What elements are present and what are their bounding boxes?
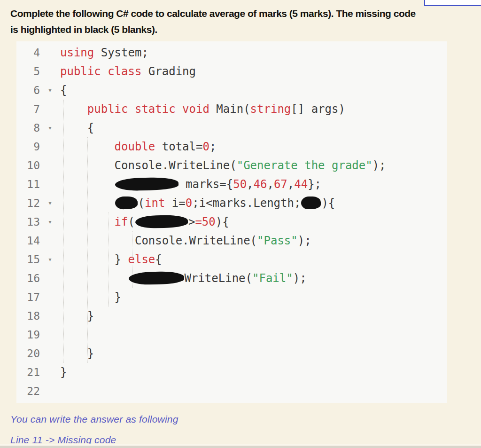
code-token: 46 [254, 178, 267, 191]
code-line: 21} [16, 363, 447, 382]
line-number: 21 [16, 363, 40, 382]
question-title: Complete the following C# code to calcul… [10, 6, 475, 38]
code-token: "Generate the grade" [237, 159, 372, 172]
code-token: , [247, 178, 253, 191]
code-line: 4using System; [16, 43, 447, 62]
code-line: 6▾{ [16, 81, 447, 100]
fold-arrow-icon[interactable]: ▾ [40, 219, 60, 225]
code-token: }; [308, 178, 321, 191]
code-token: ;i<marks.Length; [192, 196, 301, 210]
line-number: 6 [16, 81, 40, 100]
code-text: { [60, 81, 67, 100]
code-text: public class Grading [60, 62, 196, 81]
code-line: 15▾ } else{ [16, 250, 447, 269]
code-line: 18 } [16, 307, 447, 325]
line-number: 4 [16, 43, 40, 62]
code-token: WriteLine( [185, 272, 253, 285]
code-token: marks={ [179, 178, 233, 191]
line-number: 8 [16, 118, 40, 137]
line-number: 7 [16, 100, 40, 118]
footer-note: You can write the answer as following [10, 414, 178, 425]
code-token [60, 102, 87, 116]
code-text: using System; [60, 43, 148, 62]
question-page: Complete the following C# code to calcul… [0, 0, 481, 448]
code-token: } [60, 347, 94, 360]
code-lines: 4using System;5public class Grading6▾{7 … [16, 43, 447, 401]
indent-guide [87, 137, 88, 363]
code-token: ( [128, 215, 135, 228]
code-token: System; [94, 46, 148, 59]
redaction-blob [135, 215, 188, 228]
code-token: } [60, 309, 94, 322]
code-token: , [287, 178, 294, 191]
code-token: 44 [294, 178, 308, 191]
code-token: 0 [186, 196, 192, 210]
code-token: 67 [274, 178, 287, 191]
code-token: > [188, 215, 195, 228]
code-token: ); [372, 159, 386, 172]
code-token: if [115, 215, 128, 228]
line-number: 12 [16, 194, 40, 212]
code-token: double [115, 140, 155, 153]
code-token: Grading [141, 65, 196, 78]
code-line: 13▾ if(>=50){ [16, 212, 447, 231]
code-line: 7 public static void Main(string[] args) [16, 100, 447, 118]
code-line: 17 } [16, 288, 447, 307]
fold-arrow-icon[interactable]: ▾ [40, 87, 60, 94]
line-number: 13 [16, 212, 40, 231]
code-token: 50 [233, 178, 247, 191]
line-number: 17 [16, 288, 40, 307]
code-text: marks={50,46,67,44}; [60, 175, 321, 194]
code-token: } [60, 366, 67, 379]
code-text: Console.WriteLine("Pass"); [60, 231, 311, 250]
code-line: 11 marks={50,46,67,44}; [16, 175, 447, 194]
code-text: if(>=50){ [60, 212, 229, 231]
code-token: } [60, 253, 128, 266]
code-token: "Pass" [257, 234, 298, 247]
code-line: 19 [16, 325, 447, 344]
code-token: ){ [321, 196, 335, 210]
code-token: Console.WriteLine( [60, 159, 237, 172]
code-text: (int i=0;i<marks.Length;){ [60, 194, 335, 212]
code-text: } [60, 344, 94, 363]
code-token: =50 [195, 215, 215, 228]
code-text: } [60, 307, 94, 325]
code-token: { [60, 121, 94, 134]
line-number: 15 [16, 250, 40, 269]
code-line: 20 } [16, 344, 447, 363]
code-token: i= [165, 196, 185, 210]
fold-arrow-icon[interactable]: ▾ [40, 256, 60, 263]
code-token: [] args) [291, 102, 345, 116]
line-number: 20 [16, 344, 40, 363]
code-token: ){ [216, 215, 229, 228]
code-line: 14 Console.WriteLine("Pass"); [16, 231, 447, 250]
redaction-blob [301, 196, 321, 210]
indent-guide [108, 212, 109, 307]
code-line: 8▾ { [16, 118, 447, 137]
code-line: 9 double total=0; [16, 137, 447, 156]
line-number: 10 [16, 156, 40, 175]
code-text: public static void Main(string[] args) [60, 100, 345, 118]
code-text: } [60, 363, 67, 382]
fold-arrow-icon[interactable]: ▾ [40, 200, 60, 206]
code-text: Console.WriteLine("Generate the grade"); [60, 156, 386, 175]
line-number: 16 [16, 269, 40, 288]
code-line: 22 [16, 382, 447, 401]
redaction-blob [115, 196, 138, 210]
code-token: } [60, 291, 121, 304]
fold-arrow-icon[interactable]: ▾ [40, 125, 60, 131]
question-title-line1: Complete the following C# code to calcul… [10, 6, 475, 22]
code-token: int [145, 196, 165, 210]
code-token: ); [298, 234, 311, 247]
code-token: Main( [209, 102, 250, 116]
indent-guide [63, 100, 64, 363]
code-token [60, 272, 128, 285]
line-number: 18 [16, 307, 40, 325]
code-token: public class [60, 65, 141, 78]
code-token: ); [293, 272, 307, 285]
line-number: 5 [16, 62, 40, 81]
code-token: ; [209, 140, 216, 153]
code-token: total= [155, 140, 202, 153]
code-editor: 4using System;5public class Grading6▾{7 … [16, 41, 447, 403]
code-token: , [267, 178, 273, 191]
